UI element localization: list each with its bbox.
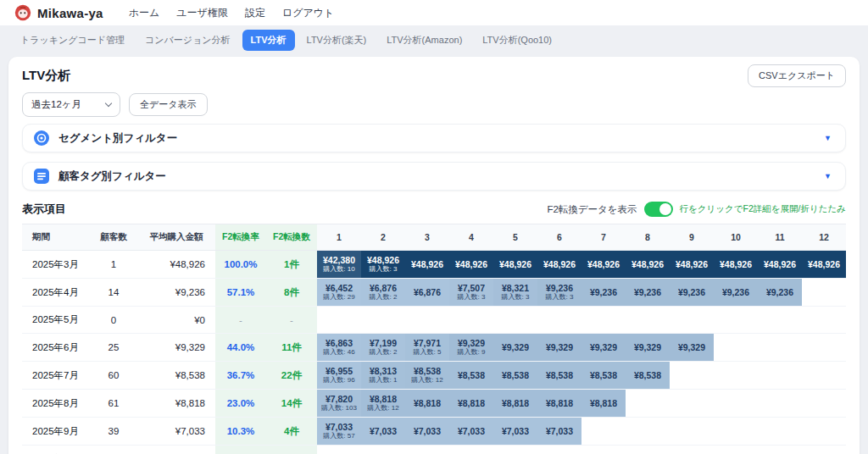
f2-count-cell: 11件 [266,334,317,362]
period-cell: 2025年5月 [22,307,90,334]
month-value-cell: ¥7,199購入数: 2 [361,334,405,362]
month-value-cell: ¥8,818 [537,390,581,418]
f2-toggle-switch[interactable] [644,202,673,217]
month-empty-cell [758,390,802,418]
tab-conversion-analysis[interactable]: コンバージョン分析 [136,30,239,51]
ltv-table: 期間顧客数平均購入金額F2転換率F2転換数1234567891011122025… [22,224,846,454]
month-value-cell: ¥8,818 [581,390,626,418]
period-cell: 2025年4月 [22,279,90,307]
table-row[interactable]: 2025年7月60¥8,53836.7%22件¥6,955購入数: 96¥8,3… [22,362,846,390]
f2-rate-cell: 10.3% [215,418,266,446]
month-empty-cell [449,307,493,334]
filter-panel-label: セグメント別フィルター [58,131,815,146]
filter-panel-customer-tag[interactable]: 顧客タグ別フィルター▼ [22,162,846,191]
month-value-cell: ¥9,329購入数: 9 [449,334,493,362]
period-select[interactable]: 過去12ヶ月 [22,92,120,117]
month-empty-cell [626,307,670,334]
month-value-cell: ¥48,926 [581,251,626,279]
month-column-header: 3 [405,224,449,251]
f2-toggle-label: F2転換データを表示 [547,203,637,216]
month-value-cell: ¥6,863購入数: 46 [317,334,361,362]
month-value-cell: ¥6,955購入数: 96 [317,362,361,390]
brand-logo-icon [14,3,32,22]
month-empty-cell [670,362,714,390]
f2-rate-cell: 36.7% [215,362,266,390]
tab-ltv-rakuten[interactable]: LTV分析(楽天) [298,30,376,51]
month-value-cell: ¥8,818 [405,390,449,418]
customers-cell: 0 [90,307,137,334]
filter-panel-segment[interactable]: セグメント別フィルター▼ [22,124,846,152]
nav-item-home[interactable]: ホーム [129,6,160,20]
nav-item-logout[interactable]: ログアウト [282,6,334,20]
period-cell: 2025年8月 [22,390,90,418]
month-value-cell: ¥48,926 [758,251,802,279]
f2-rate-column-header: F2転換率 [215,224,266,251]
month-empty-cell [626,446,670,454]
period-cell: 2025年10月 [22,446,90,454]
tab-ltv-analysis[interactable]: LTV分析 [242,30,295,51]
customers-cell: 0 [90,446,137,454]
month-value-cell: ¥8,818 [493,390,537,418]
f2-count-cell: 8件 [266,279,317,307]
month-value-cell: ¥7,033購入数: 57 [317,418,361,446]
month-value-cell: ¥48,926 [626,251,670,279]
nav-item-user-permissions[interactable]: ユーザ権限 [176,6,228,20]
f2-rate-cell: 23.0% [215,390,266,418]
table-row[interactable]: 2025年4月14¥9,23657.1%8件¥6,452購入数: 29¥6,87… [22,279,846,307]
month-value-cell: ¥8,538 [581,362,626,390]
filter-panels: セグメント別フィルター▼顧客タグ別フィルター▼ [22,124,846,191]
month-empty-cell [758,334,802,362]
row-click-hint: 行をクリックでF2詳細を展開/折りたたみ [680,203,846,215]
table-row[interactable]: 2025年9月39¥7,03310.3%4件¥7,033購入数: 57¥7,03… [22,418,846,446]
month-empty-cell [758,446,802,454]
customers-cell: 60 [90,362,137,390]
month-empty-cell [405,307,449,334]
month-value-cell: ¥9,329 [537,334,581,362]
month-empty-cell [714,307,758,334]
month-empty-cell [537,446,581,454]
month-empty-cell [714,418,758,446]
month-value-cell: ¥7,820購入数: 103 [317,390,361,418]
tab-tracking-code[interactable]: トラッキングコード管理 [12,30,133,51]
month-empty-cell [670,446,714,454]
controls-row: 過去12ヶ月 全データ表示 [22,92,846,117]
tab-ltv-qoo10[interactable]: LTV分析(Qoo10) [474,30,560,51]
month-value-cell: ¥9,236 [581,279,626,307]
f2-count-cell: 4件 [266,418,317,446]
table-row[interactable]: 2025年8月61¥8,81823.0%14件¥7,820購入数: 103¥8,… [22,390,846,418]
f2-rate-cell: 100.0% [215,251,266,279]
month-value-cell: ¥48,926購入数: 3 [361,251,405,279]
all-data-button[interactable]: 全データ表示 [129,93,208,116]
month-column-header: 6 [537,224,581,251]
month-value-cell: ¥48,926 [537,251,581,279]
month-column-header: 2 [361,224,405,251]
month-value-cell: ¥9,236 [758,279,802,307]
month-empty-cell [493,307,537,334]
table-row[interactable]: 2025年10月0¥0-- [22,446,846,454]
chevron-down-icon: ▼ [824,172,835,180]
customers-cell: 14 [90,279,137,307]
month-value-cell: ¥7,033 [493,418,537,446]
month-column-header: 5 [493,224,537,251]
avg-purchase-cell: ¥7,033 [137,418,215,446]
month-empty-cell [758,418,802,446]
avg-purchase-cell: ¥0 [137,446,215,454]
nav-item-settings[interactable]: 設定 [245,6,265,20]
page-title: LTV分析 [22,68,70,84]
table-row[interactable]: 2025年5月0¥0-- [22,307,846,334]
brand-logo[interactable]: Mikawa-ya [14,3,103,22]
toggle-knob [659,203,671,215]
month-value-cell: ¥8,313購入数: 1 [361,362,405,390]
f2-count-cell: 22件 [266,362,317,390]
table-row[interactable]: 2025年6月25¥9,32944.0%11件¥6,863購入数: 46¥7,1… [22,334,846,362]
month-empty-cell [581,446,626,454]
customer-tag-filter-icon [33,168,50,185]
segment-filter-icon [33,130,50,147]
month-column-header: 12 [802,224,846,251]
csv-export-button[interactable]: CSVエクスポート [748,64,846,87]
table-row[interactable]: 2025年3月1¥48,926100.0%1件¥42,380購入数: 10¥48… [22,251,846,279]
top-nav: ホームユーザ権限設定ログアウト [129,6,335,20]
month-empty-cell [802,307,846,334]
tab-ltv-amazon[interactable]: LTV分析(Amazon) [378,30,470,51]
f2-count-cell: - [266,307,317,334]
